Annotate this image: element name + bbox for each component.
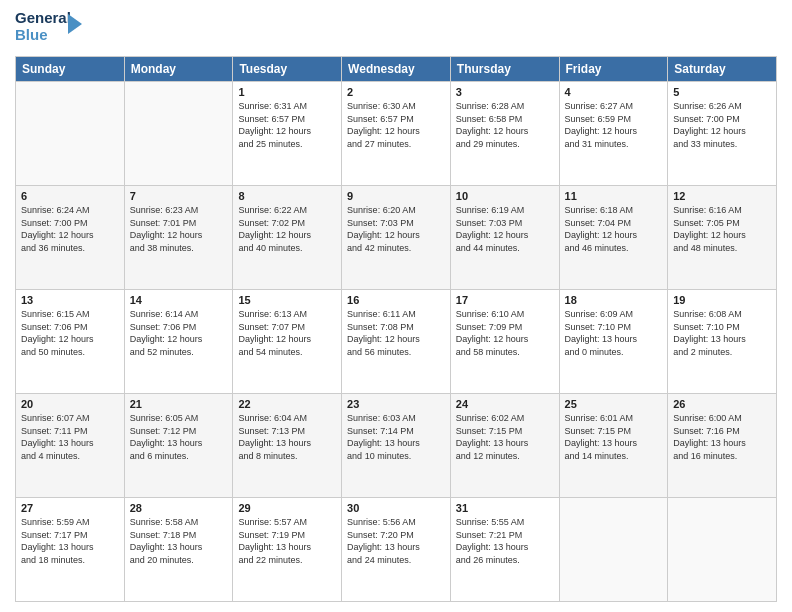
header: General Blue [15,10,777,50]
calendar-week-3: 13Sunrise: 6:15 AM Sunset: 7:06 PM Dayli… [16,290,777,394]
day-info: Sunrise: 6:15 AM Sunset: 7:06 PM Dayligh… [21,308,119,358]
logo-container: General Blue [15,10,70,50]
calendar-cell: 12Sunrise: 6:16 AM Sunset: 7:05 PM Dayli… [668,186,777,290]
day-number: 7 [130,190,228,202]
calendar-cell: 29Sunrise: 5:57 AM Sunset: 7:19 PM Dayli… [233,498,342,602]
day-info: Sunrise: 5:55 AM Sunset: 7:21 PM Dayligh… [456,516,554,566]
calendar-cell: 26Sunrise: 6:00 AM Sunset: 7:16 PM Dayli… [668,394,777,498]
day-info: Sunrise: 6:07 AM Sunset: 7:11 PM Dayligh… [21,412,119,462]
day-number: 18 [565,294,663,306]
calendar-cell: 22Sunrise: 6:04 AM Sunset: 7:13 PM Dayli… [233,394,342,498]
calendar-cell: 31Sunrise: 5:55 AM Sunset: 7:21 PM Dayli… [450,498,559,602]
day-number: 28 [130,502,228,514]
day-number: 24 [456,398,554,410]
calendar-cell: 14Sunrise: 6:14 AM Sunset: 7:06 PM Dayli… [124,290,233,394]
day-number: 12 [673,190,771,202]
day-info: Sunrise: 6:04 AM Sunset: 7:13 PM Dayligh… [238,412,336,462]
day-info: Sunrise: 6:02 AM Sunset: 7:15 PM Dayligh… [456,412,554,462]
day-number: 23 [347,398,445,410]
day-number: 15 [238,294,336,306]
day-number: 21 [130,398,228,410]
day-info: Sunrise: 6:18 AM Sunset: 7:04 PM Dayligh… [565,204,663,254]
calendar-cell: 30Sunrise: 5:56 AM Sunset: 7:20 PM Dayli… [342,498,451,602]
calendar-week-5: 27Sunrise: 5:59 AM Sunset: 7:17 PM Dayli… [16,498,777,602]
day-number: 17 [456,294,554,306]
day-number: 30 [347,502,445,514]
calendar-cell: 18Sunrise: 6:09 AM Sunset: 7:10 PM Dayli… [559,290,668,394]
day-number: 13 [21,294,119,306]
calendar-cell [668,498,777,602]
weekday-header-thursday: Thursday [450,57,559,82]
calendar-week-2: 6Sunrise: 6:24 AM Sunset: 7:00 PM Daylig… [16,186,777,290]
logo-text-blue: Blue [15,27,70,44]
day-info: Sunrise: 6:09 AM Sunset: 7:10 PM Dayligh… [565,308,663,358]
calendar-cell: 13Sunrise: 6:15 AM Sunset: 7:06 PM Dayli… [16,290,125,394]
day-info: Sunrise: 5:58 AM Sunset: 7:18 PM Dayligh… [130,516,228,566]
day-number: 11 [565,190,663,202]
day-number: 8 [238,190,336,202]
day-info: Sunrise: 6:11 AM Sunset: 7:08 PM Dayligh… [347,308,445,358]
calendar-table: SundayMondayTuesdayWednesdayThursdayFrid… [15,56,777,602]
day-number: 19 [673,294,771,306]
day-number: 2 [347,86,445,98]
svg-marker-0 [68,14,82,34]
day-info: Sunrise: 6:14 AM Sunset: 7:06 PM Dayligh… [130,308,228,358]
day-number: 22 [238,398,336,410]
weekday-header-monday: Monday [124,57,233,82]
day-number: 1 [238,86,336,98]
calendar-cell: 15Sunrise: 6:13 AM Sunset: 7:07 PM Dayli… [233,290,342,394]
day-info: Sunrise: 6:03 AM Sunset: 7:14 PM Dayligh… [347,412,445,462]
calendar-cell: 19Sunrise: 6:08 AM Sunset: 7:10 PM Dayli… [668,290,777,394]
day-info: Sunrise: 6:24 AM Sunset: 7:00 PM Dayligh… [21,204,119,254]
logo-graphic: General Blue [15,10,70,50]
calendar-cell: 4Sunrise: 6:27 AM Sunset: 6:59 PM Daylig… [559,82,668,186]
day-number: 26 [673,398,771,410]
calendar-cell: 17Sunrise: 6:10 AM Sunset: 7:09 PM Dayli… [450,290,559,394]
day-info: Sunrise: 6:05 AM Sunset: 7:12 PM Dayligh… [130,412,228,462]
day-info: Sunrise: 6:01 AM Sunset: 7:15 PM Dayligh… [565,412,663,462]
calendar-cell: 6Sunrise: 6:24 AM Sunset: 7:00 PM Daylig… [16,186,125,290]
day-number: 14 [130,294,228,306]
day-info: Sunrise: 6:28 AM Sunset: 6:58 PM Dayligh… [456,100,554,150]
day-info: Sunrise: 6:00 AM Sunset: 7:16 PM Dayligh… [673,412,771,462]
day-info: Sunrise: 6:31 AM Sunset: 6:57 PM Dayligh… [238,100,336,150]
day-info: Sunrise: 6:10 AM Sunset: 7:09 PM Dayligh… [456,308,554,358]
calendar-cell: 7Sunrise: 6:23 AM Sunset: 7:01 PM Daylig… [124,186,233,290]
day-number: 31 [456,502,554,514]
day-info: Sunrise: 5:56 AM Sunset: 7:20 PM Dayligh… [347,516,445,566]
day-info: Sunrise: 6:22 AM Sunset: 7:02 PM Dayligh… [238,204,336,254]
logo-arrow-icon [68,14,82,34]
calendar-cell: 2Sunrise: 6:30 AM Sunset: 6:57 PM Daylig… [342,82,451,186]
calendar-cell: 8Sunrise: 6:22 AM Sunset: 7:02 PM Daylig… [233,186,342,290]
page: General Blue SundayMondayTuesdayWednesda… [0,0,792,612]
day-number: 4 [565,86,663,98]
day-number: 16 [347,294,445,306]
weekday-header-friday: Friday [559,57,668,82]
calendar-cell: 24Sunrise: 6:02 AM Sunset: 7:15 PM Dayli… [450,394,559,498]
day-number: 27 [21,502,119,514]
weekday-header-tuesday: Tuesday [233,57,342,82]
day-number: 6 [21,190,119,202]
day-number: 3 [456,86,554,98]
calendar-week-1: 1Sunrise: 6:31 AM Sunset: 6:57 PM Daylig… [16,82,777,186]
calendar-cell: 23Sunrise: 6:03 AM Sunset: 7:14 PM Dayli… [342,394,451,498]
calendar-cell: 5Sunrise: 6:26 AM Sunset: 7:00 PM Daylig… [668,82,777,186]
weekday-header-wednesday: Wednesday [342,57,451,82]
calendar-cell [16,82,125,186]
calendar-cell: 20Sunrise: 6:07 AM Sunset: 7:11 PM Dayli… [16,394,125,498]
weekday-header-row: SundayMondayTuesdayWednesdayThursdayFrid… [16,57,777,82]
day-number: 25 [565,398,663,410]
day-info: Sunrise: 6:26 AM Sunset: 7:00 PM Dayligh… [673,100,771,150]
calendar-cell: 25Sunrise: 6:01 AM Sunset: 7:15 PM Dayli… [559,394,668,498]
day-info: Sunrise: 6:27 AM Sunset: 6:59 PM Dayligh… [565,100,663,150]
calendar-cell [559,498,668,602]
logo-text-general: General [15,10,70,27]
day-info: Sunrise: 6:30 AM Sunset: 6:57 PM Dayligh… [347,100,445,150]
day-info: Sunrise: 6:16 AM Sunset: 7:05 PM Dayligh… [673,204,771,254]
day-number: 5 [673,86,771,98]
weekday-header-saturday: Saturday [668,57,777,82]
calendar-cell: 3Sunrise: 6:28 AM Sunset: 6:58 PM Daylig… [450,82,559,186]
weekday-header-sunday: Sunday [16,57,125,82]
calendar-cell: 27Sunrise: 5:59 AM Sunset: 7:17 PM Dayli… [16,498,125,602]
day-info: Sunrise: 6:08 AM Sunset: 7:10 PM Dayligh… [673,308,771,358]
